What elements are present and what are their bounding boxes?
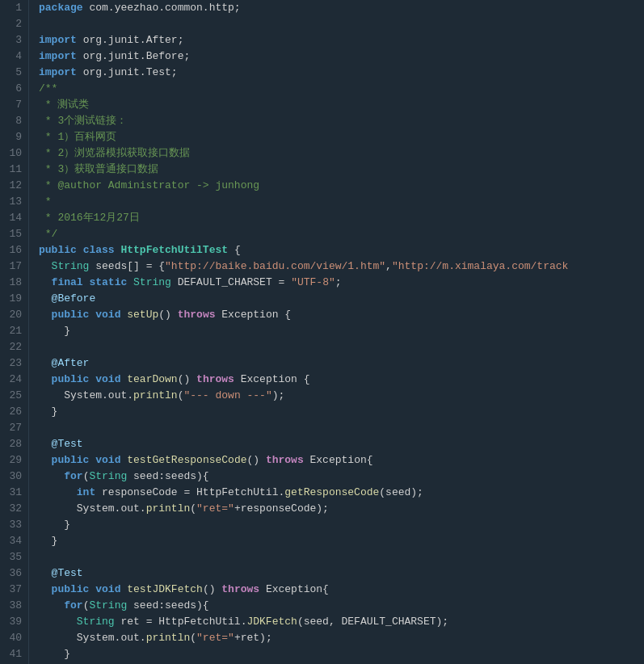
code-line: * 测试类 [39, 97, 644, 113]
code-line [39, 339, 644, 355]
line-number: 27 [6, 420, 22, 436]
line-number: 31 [6, 485, 22, 501]
code-line: } [39, 533, 644, 549]
code-line [39, 420, 644, 436]
line-number: 4 [6, 48, 22, 65]
line-number: 13 [6, 194, 22, 210]
code-line: } [39, 517, 644, 533]
code-line: public void testJDKFetch() throws Except… [39, 582, 644, 598]
code-line: @Test [39, 565, 644, 582]
line-number: 30 [6, 469, 22, 485]
line-number: 5 [6, 65, 22, 81]
code-line: import org.junit.After; [39, 32, 644, 48]
line-number: 15 [6, 226, 22, 242]
line-number: 9 [6, 129, 22, 145]
code-line: * 3个测试链接： [39, 113, 644, 129]
line-number: 40 [6, 630, 22, 646]
line-number: 12 [6, 178, 22, 194]
line-number: 29 [6, 452, 22, 469]
code-line: public class HttpFetchUtilTest { [39, 242, 644, 258]
line-number: 20 [6, 307, 22, 323]
code-lines[interactable]: package com.yeezhao.common.http; import … [29, 0, 644, 664]
code-line: String ret = HttpFetchUtil.JDKFetch(seed… [39, 614, 644, 630]
code-line: * 2）浏览器模拟获取接口数据 [39, 145, 644, 162]
line-number: 10 [6, 145, 22, 162]
line-number: 18 [6, 275, 22, 291]
line-number: 14 [6, 210, 22, 226]
code-line: int responseCode = HttpFetchUtil.getResp… [39, 485, 644, 501]
code-line [39, 16, 644, 32]
code-line: * 1）百科网页 [39, 129, 644, 145]
code-container: 1234567891011121314151617181920212223242… [0, 0, 644, 664]
code-line [39, 549, 644, 565]
code-line: } [39, 323, 644, 339]
code-line: @After [39, 355, 644, 372]
line-number: 32 [6, 501, 22, 517]
line-number: 21 [6, 323, 22, 339]
code-line: System.out.println("ret="+ret); [39, 630, 644, 646]
line-number: 26 [6, 404, 22, 420]
line-number: 37 [6, 582, 22, 598]
code-line: for(String seed:seeds){ [39, 598, 644, 614]
line-number: 23 [6, 355, 22, 372]
code-line: public void testGetResponseCode() throws… [39, 452, 644, 469]
code-line: @Before [39, 291, 644, 307]
line-number: 16 [6, 242, 22, 258]
code-line: * 3）获取普通接口数据 [39, 162, 644, 178]
line-number: 38 [6, 598, 22, 614]
code-line: import org.junit.Test; [39, 65, 644, 81]
code-line: } [39, 404, 644, 420]
line-number: 33 [6, 517, 22, 533]
line-number: 2 [6, 16, 22, 32]
line-number: 28 [6, 436, 22, 452]
code-line: @Test [39, 436, 644, 452]
code-line: * [39, 194, 644, 210]
code-line: } [39, 646, 644, 662]
line-number: 7 [6, 97, 22, 113]
line-number: 24 [6, 372, 22, 388]
line-number: 41 [6, 646, 22, 662]
code-line: package com.yeezhao.common.http; [39, 0, 644, 16]
code-line: public void tearDown() throws Exception … [39, 372, 644, 388]
line-number: 19 [6, 291, 22, 307]
code-line: */ [39, 226, 644, 242]
code-line: for(String seed:seeds){ [39, 469, 644, 485]
line-number: 36 [6, 565, 22, 582]
code-line: String seeds[] = {"http://baike.baidu.co… [39, 258, 644, 275]
line-number: 22 [6, 339, 22, 355]
line-number: 34 [6, 533, 22, 549]
line-number: 17 [6, 258, 22, 275]
code-line: final static String DEFAULT_CHARSET = "U… [39, 275, 644, 291]
code-line: public void setUp() throws Exception { [39, 307, 644, 323]
line-number: 1 [6, 0, 22, 16]
code-line: System.out.println("ret="+responseCode); [39, 501, 644, 517]
code-line: import org.junit.Before; [39, 48, 644, 65]
line-number: 3 [6, 32, 22, 48]
code-line: System.out.println("--- down ---"); [39, 388, 644, 404]
line-number: 6 [6, 81, 22, 97]
line-numbers: 1234567891011121314151617181920212223242… [0, 0, 29, 664]
line-number: 25 [6, 388, 22, 404]
line-number: 11 [6, 162, 22, 178]
line-number: 39 [6, 614, 22, 630]
line-number: 35 [6, 549, 22, 565]
code-line: * 2016年12月27日 [39, 210, 644, 226]
line-number: 8 [6, 113, 22, 129]
code-line: /** [39, 81, 644, 97]
code-line: * @author Administrator -> junhong [39, 178, 644, 194]
